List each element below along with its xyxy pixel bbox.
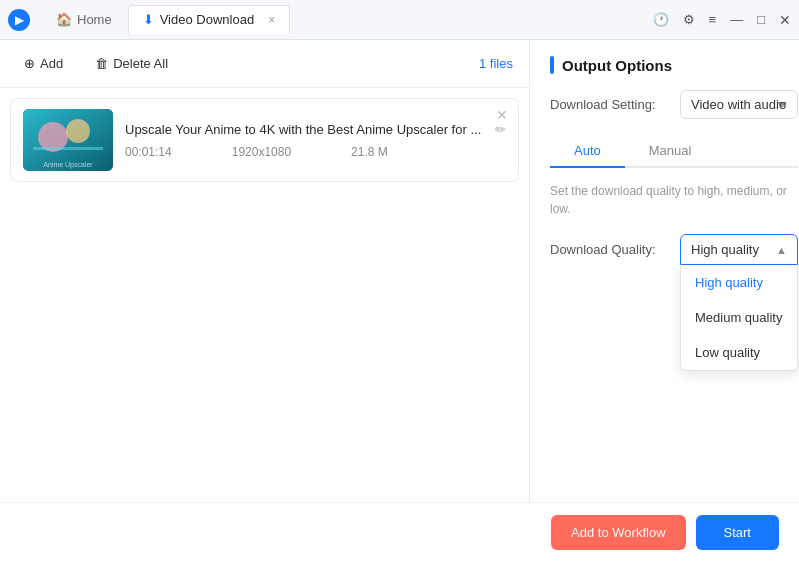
home-tab[interactable]: 🏠 Home xyxy=(42,6,126,33)
file-thumbnail: Anime Upscaler xyxy=(23,109,113,171)
tab-manual-label: Manual xyxy=(649,143,692,158)
svg-rect-6 xyxy=(33,147,103,150)
tab-manual[interactable]: Manual xyxy=(625,135,716,168)
quality-option-high[interactable]: High quality xyxy=(681,265,797,300)
history-icon[interactable]: 🕐 xyxy=(653,12,669,27)
edit-icon[interactable]: ✏ xyxy=(495,122,506,137)
thumbnail-preview: Anime Upscaler xyxy=(23,109,113,171)
plus-icon: ⊕ xyxy=(24,56,35,71)
file-resolution: 1920x1080 xyxy=(232,145,291,159)
mode-tabs: Auto Manual xyxy=(550,135,798,168)
tab-auto[interactable]: Auto xyxy=(550,135,625,168)
file-meta: 00:01:14 1920x1080 21.8 M xyxy=(125,145,506,159)
trash-icon: 🗑 xyxy=(95,56,108,71)
output-options-label: Output Options xyxy=(562,57,672,74)
file-list: Anime Upscaler Upscale Your Anime to 4K … xyxy=(0,88,529,502)
quality-selected-value: High quality xyxy=(691,242,759,257)
quality-dropdown-menu: High quality Medium quality Low quality xyxy=(680,265,798,371)
quality-medium-label: Medium quality xyxy=(695,310,782,325)
menu-icon[interactable]: ≡ xyxy=(709,12,717,27)
file-close-button[interactable]: ✕ xyxy=(496,107,508,123)
quality-option-low[interactable]: Low quality xyxy=(681,335,797,370)
toolbar: ⊕ Add 🗑 Delete All 1 files xyxy=(0,40,529,88)
add-button[interactable]: ⊕ Add xyxy=(16,52,71,75)
left-panel: ⊕ Add 🗑 Delete All 1 files xyxy=(0,40,530,502)
file-count: 1 files xyxy=(479,56,513,71)
home-icon: 🏠 xyxy=(56,12,72,27)
quality-row: Download Quality: High quality ▲ High qu… xyxy=(550,234,798,265)
download-setting-label: Download Setting: xyxy=(550,97,670,112)
window-controls: 🕐 ⚙ ≡ — □ ✕ xyxy=(653,12,791,28)
svg-text:▶: ▶ xyxy=(15,13,25,27)
quality-low-label: Low quality xyxy=(695,345,760,360)
app-logo: ▶ xyxy=(8,9,30,31)
main-content: ⊕ Add 🗑 Delete All 1 files xyxy=(0,40,799,502)
active-tab-label: Video Download xyxy=(160,12,254,27)
add-to-workflow-button[interactable]: Add to Workflow xyxy=(551,515,685,550)
minimize-button[interactable]: — xyxy=(730,12,743,27)
quality-dropdown-trigger[interactable]: High quality ▲ xyxy=(680,234,798,265)
file-title: Upscale Your Anime to 4K with the Best A… xyxy=(125,122,487,137)
quality-label: Download Quality: xyxy=(550,242,670,257)
blue-bar-accent xyxy=(550,56,554,74)
file-size: 21.8 M xyxy=(351,145,388,159)
download-setting-select[interactable]: Video with audio Video only Audio only xyxy=(680,90,798,119)
file-info: Upscale Your Anime to 4K with the Best A… xyxy=(125,122,506,159)
quality-option-medium[interactable]: Medium quality xyxy=(681,300,797,335)
title-bar: ▶ 🏠 Home ⬇ Video Download × 🕐 ⚙ ≡ — □ ✕ xyxy=(0,0,799,40)
right-panel: Output Options Download Setting: Video w… xyxy=(530,40,799,502)
add-label: Add xyxy=(40,56,63,71)
active-tab[interactable]: ⬇ Video Download × xyxy=(128,5,290,34)
file-duration: 00:01:14 xyxy=(125,145,172,159)
delete-all-button[interactable]: 🗑 Delete All xyxy=(87,52,176,75)
tab-description: Set the download quality to high, medium… xyxy=(550,182,798,218)
svg-text:Anime Upscaler: Anime Upscaler xyxy=(43,161,93,169)
home-tab-label: Home xyxy=(77,12,112,27)
file-title-row: Upscale Your Anime to 4K with the Best A… xyxy=(125,122,506,137)
maximize-button[interactable]: □ xyxy=(757,12,765,27)
delete-label: Delete All xyxy=(113,56,168,71)
footer: Add to Workflow Start xyxy=(0,502,799,562)
quality-dropdown-wrapper: High quality ▲ High quality Medium quali… xyxy=(680,234,798,265)
quality-high-label: High quality xyxy=(695,275,763,290)
tab-auto-label: Auto xyxy=(574,143,601,158)
output-options-title: Output Options xyxy=(550,56,798,74)
tab-close-button[interactable]: × xyxy=(268,13,275,27)
svg-point-5 xyxy=(66,119,90,143)
settings-icon[interactable]: ⚙ xyxy=(683,12,695,27)
close-button[interactable]: ✕ xyxy=(779,12,791,28)
start-button[interactable]: Start xyxy=(696,515,779,550)
chevron-up-icon: ▲ xyxy=(776,244,787,256)
download-icon: ⬇ xyxy=(143,12,154,27)
file-item: Anime Upscaler Upscale Your Anime to 4K … xyxy=(10,98,519,182)
download-setting-row: Download Setting: Video with audio Video… xyxy=(550,90,798,119)
